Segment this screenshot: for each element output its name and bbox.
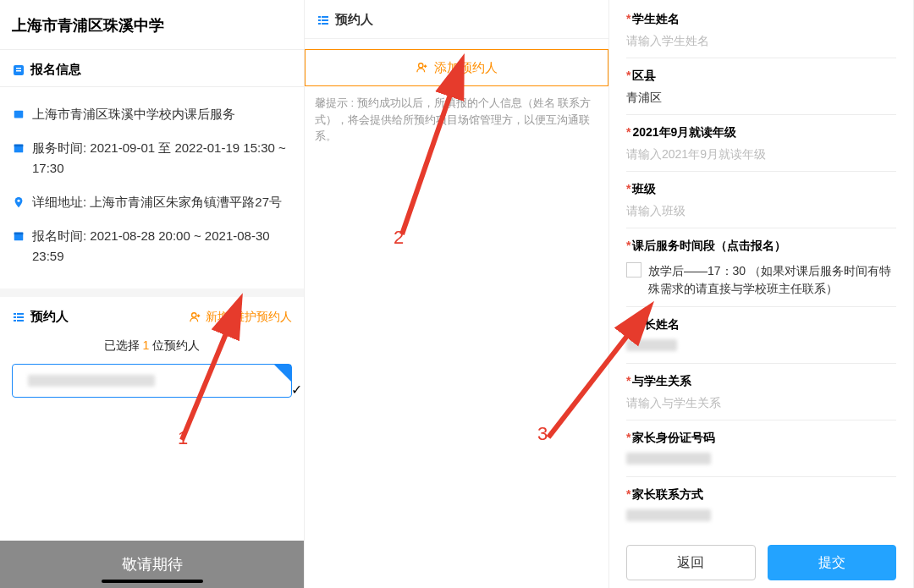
info-address-text: 详细地址: 上海市青浦区朱家角镇漕平路27号 [32,192,282,212]
svg-rect-10 [14,316,16,318]
back-button[interactable]: 返回 [626,545,756,580]
svg-rect-17 [318,19,321,21]
info-list: 上海市青浦区珠溪中学校内课后服务 服务时间: 2021-09-01 至 2022… [0,87,304,297]
school-icon [12,107,25,121]
pin-icon [12,195,25,209]
info-service-time-text: 服务时间: 2021-09-01 至 2022-01-19 15:30 ~ 17… [32,138,292,179]
annotation-step-1: 1 [178,427,188,449]
label-grade: 2021年9月就读年级 [632,125,736,139]
label-relation: 与学生关系 [632,374,691,387]
screen-add-person: 预约人 添加预约人 馨提示 : 预约成功以后，所填报的个人信息（姓名 联系方式）… [305,0,609,588]
add-person-button[interactable]: 添加预约人 [305,49,608,86]
info-service-time: 服务时间: 2021-09-01 至 2022-01-19 15:30 ~ 17… [12,131,292,185]
svg-rect-14 [17,320,24,321]
svg-rect-12 [17,313,24,315]
value-district: 青浦区 [626,91,896,106]
label-timeslot: 课后服务时间段（点击报名） [632,239,786,252]
section-signup-header: 报名信息 [0,50,304,87]
svg-rect-16 [318,16,321,18]
tip-text: 馨提示 : 预约成功以后，所填报的个人信息（姓名 联系方式），将会提供给所预约项… [305,86,608,153]
svg-point-15 [192,312,196,316]
selected-count-text: 已选择 1 位预约人 [0,333,304,359]
timeslot-checkbox[interactable] [626,262,641,278]
bottom-waiting-label: 敬请期待 [122,554,183,574]
svg-rect-19 [322,16,328,18]
svg-rect-13 [17,316,24,318]
reservation-header-label: 预约人 [335,12,373,28]
svg-point-22 [419,63,423,68]
label-student-name: 学生姓名 [632,12,680,25]
svg-rect-18 [318,23,321,25]
svg-rect-2 [16,70,21,72]
field-student-name[interactable]: *学生姓名 请输入学生姓名 [626,2,896,58]
field-relation[interactable]: *与学生关系 请输入与学生关系 [626,364,896,420]
section-signup-label: 报名信息 [30,62,81,78]
add-reservation-link[interactable]: 新增/维护预约人 [189,310,292,325]
field-parent-id[interactable]: *家长身份证号码 [626,420,896,477]
calendar-icon [12,141,25,155]
info-address: 详细地址: 上海市青浦区朱家角镇漕平路27号 [12,185,292,219]
field-district[interactable]: *区县 青浦区 [626,58,896,115]
label-parent-id: 家长身份证号码 [632,431,715,444]
screen-registration-info: 上海市青浦区珠溪中学 报名信息 上海市青浦区珠溪中学校内课后服务 服务时间: 2… [0,0,305,588]
timeslot-option-text: 放学后——17：30 （如果对课后服务时间有特殊需求的请直接与学校班主任联系） [648,262,896,298]
screen-form: *学生姓名 请输入学生姓名 *区县 青浦区 *2021年9月就读年级 请输入20… [609,0,914,588]
placeholder-class: 请输入班级 [626,204,896,219]
list-icon [317,14,330,27]
field-class[interactable]: *班级 请输入班级 [626,172,896,228]
person-add-icon [189,310,202,324]
placeholder-student-name: 请输入学生姓名 [626,34,896,49]
redacted-parent-name [626,339,677,351]
home-indicator [102,580,203,583]
back-button-label: 返回 [677,554,704,572]
redacted-name [28,375,155,387]
field-timeslot: *课后服务时间段（点击报名） 放学后——17：30 （如果对课后服务时间有特殊需… [626,228,896,307]
svg-rect-21 [322,23,328,25]
info-signup-time: 报名时间: 2021-08-28 20:00 ~ 2021-08-30 23:5… [12,219,292,273]
person-add-icon [416,61,429,74]
redacted-parent-contact [626,509,711,521]
svg-rect-8 [14,233,24,235]
check-icon: ✓ [283,365,289,374]
submit-button[interactable]: 提交 [768,545,897,580]
field-parent-name[interactable]: *家长姓名 [626,307,896,364]
redacted-parent-id [626,453,711,464]
info-signup-time-text: 报名时间: 2021-08-28 20:00 ~ 2021-08-30 23:5… [32,226,292,267]
svg-rect-9 [14,313,16,315]
placeholder-grade: 请输入2021年9月就读年级 [626,147,896,162]
calendar-icon [12,229,25,243]
svg-point-6 [17,200,19,202]
svg-rect-1 [16,68,21,69]
label-parent-contact: 家长联系方式 [632,487,703,501]
label-class: 班级 [632,182,656,195]
reservation-bar: 预约人 新增/维护预约人 [0,297,304,333]
field-grade[interactable]: *2021年9月就读年级 请输入2021年9月就读年级 [626,115,896,172]
label-district: 区县 [632,69,656,82]
annotation-step-3: 3 [537,423,548,445]
svg-rect-5 [14,145,24,147]
field-parent-contact[interactable]: *家长联系方式 [626,477,896,533]
reservation-header: 预约人 [305,0,608,39]
info-icon [12,63,25,77]
submit-button-label: 提交 [818,554,845,572]
label-parent-name: 家长姓名 [632,317,680,331]
reservation-label: 预约人 [30,309,69,325]
add-person-label: 添加预约人 [434,60,498,76]
info-school: 上海市青浦区珠溪中学校内课后服务 [12,97,292,131]
svg-rect-3 [14,111,24,118]
placeholder-relation: 请输入与学生关系 [626,396,896,411]
add-reservation-label: 新增/维护预约人 [206,310,292,325]
selected-person-card[interactable]: ✓ [12,364,292,398]
info-school-text: 上海市青浦区珠溪中学校内课后服务 [32,104,235,124]
svg-rect-11 [14,320,16,321]
svg-rect-20 [322,19,328,21]
page-title: 上海市青浦区珠溪中学 [0,0,304,50]
annotation-step-2: 2 [394,227,404,249]
list-icon [12,310,25,324]
